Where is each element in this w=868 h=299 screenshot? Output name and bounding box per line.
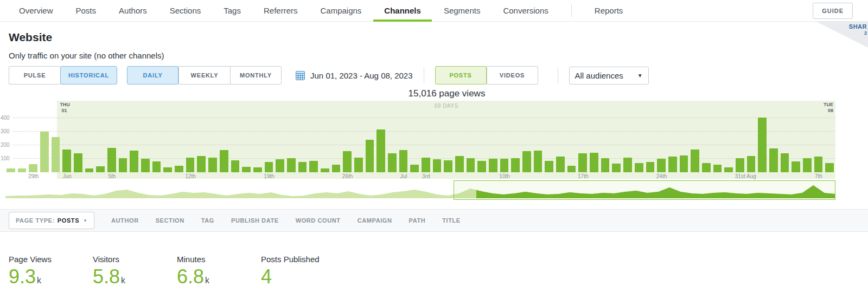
chart-bar[interactable] xyxy=(321,168,329,173)
mode-pulse-button[interactable]: PULSE xyxy=(9,66,60,84)
chart-bar[interactable] xyxy=(803,158,812,172)
chart-bar[interactable] xyxy=(298,162,307,172)
nav-tab-posts[interactable]: Posts xyxy=(76,0,97,22)
share-ribbon[interactable]: SHAR 2 xyxy=(816,22,868,48)
chart-bar[interactable] xyxy=(556,157,565,172)
chart-bar[interactable] xyxy=(343,151,352,172)
chart-bar[interactable] xyxy=(399,150,408,172)
chart-bar[interactable] xyxy=(231,160,240,173)
chart-bar[interactable] xyxy=(265,162,273,172)
chart-bar[interactable] xyxy=(534,151,542,172)
nav-tab-tags[interactable]: Tags xyxy=(224,0,241,22)
chart-bar[interactable] xyxy=(366,140,374,172)
chart-bar[interactable] xyxy=(500,159,509,172)
chart-bar[interactable] xyxy=(107,148,116,172)
chart-bar[interactable] xyxy=(511,158,520,172)
chart-bar[interactable] xyxy=(623,158,632,173)
nav-tab-campaigns[interactable]: Campaigns xyxy=(320,0,361,22)
chart-bar[interactable] xyxy=(388,153,397,172)
nav-tab-segments[interactable]: Segments xyxy=(444,0,481,22)
chart-bar[interactable] xyxy=(691,150,699,173)
chart-bar[interactable] xyxy=(410,165,419,172)
nav-tab-channels[interactable]: Channels xyxy=(384,0,421,22)
chart-bar[interactable] xyxy=(52,137,60,172)
filter-item-word-count[interactable]: WORD COUNT xyxy=(296,217,341,224)
filter-item-author[interactable]: AUTHOR xyxy=(111,217,139,224)
chart-bar[interactable] xyxy=(477,161,486,172)
audience-select[interactable]: All audiences ▼ xyxy=(569,67,649,84)
chart-bar[interactable] xyxy=(7,168,15,173)
chart-bar[interactable] xyxy=(713,165,722,172)
filter-item-campaign[interactable]: CAMPAIGN xyxy=(358,217,392,224)
chart-bar[interactable] xyxy=(590,153,598,172)
content-videos-button[interactable]: VIDEOS xyxy=(487,66,538,84)
chart-bar[interactable] xyxy=(208,158,217,173)
chart-bar[interactable] xyxy=(545,161,553,172)
chart-bar[interactable] xyxy=(152,161,161,172)
chart-bar[interactable] xyxy=(612,164,621,172)
chart-bar[interactable] xyxy=(758,118,767,172)
chart-bar[interactable] xyxy=(376,129,385,172)
content-posts-button[interactable]: POSTS xyxy=(435,66,487,84)
chart-bar[interactable] xyxy=(522,151,531,172)
filter-item-section[interactable]: SECTION xyxy=(156,217,184,224)
chart-bar[interactable] xyxy=(276,159,284,172)
chart-bar[interactable] xyxy=(197,156,206,172)
chart-bar[interactable] xyxy=(489,159,497,172)
chart-bar[interactable] xyxy=(85,168,94,173)
nav-tab-authors[interactable]: Authors xyxy=(119,0,147,22)
chart-bar[interactable] xyxy=(444,160,452,173)
nav-tab-referrers[interactable]: Referrers xyxy=(264,0,298,22)
chart-bar[interactable] xyxy=(646,162,655,172)
filter-item-tag[interactable]: TAG xyxy=(201,217,214,224)
guide-button[interactable]: GUIDE xyxy=(813,3,853,19)
timeline-sparkline[interactable] xyxy=(5,182,835,198)
page-type-dropdown[interactable]: PAGE TYPE: POSTS ▼ xyxy=(9,212,94,229)
chart-bar[interactable] xyxy=(668,157,677,172)
chart-bar[interactable] xyxy=(175,166,183,173)
chart-bar[interactable] xyxy=(736,158,744,172)
chart-bar[interactable] xyxy=(96,166,105,172)
chart-bar[interactable] xyxy=(253,167,262,172)
chart-bar[interactable] xyxy=(422,158,430,173)
chart-bar[interactable] xyxy=(680,155,688,172)
chart-bar[interactable] xyxy=(792,161,800,172)
granularity-daily-button[interactable]: DAILY xyxy=(127,66,178,84)
chart-bar[interactable] xyxy=(163,167,172,172)
chart-bar[interactable] xyxy=(62,150,71,173)
chart-bar[interactable] xyxy=(242,167,251,172)
chart-bar[interactable] xyxy=(825,163,834,173)
date-range-picker[interactable]: Jun 01, 2023 - Aug 08, 2023 xyxy=(296,71,413,80)
chart-bar[interactable] xyxy=(141,159,150,172)
chart-bar[interactable] xyxy=(354,158,363,173)
chart-bar[interactable] xyxy=(220,150,228,172)
nav-tab-overview[interactable]: Overview xyxy=(19,0,53,22)
nav-tab-conversions[interactable]: Conversions xyxy=(503,0,548,22)
chart-bar[interactable] xyxy=(781,153,789,172)
timeline-brush[interactable] xyxy=(454,180,835,200)
granularity-monthly-button[interactable]: MONTHLY xyxy=(230,66,282,84)
chart-bar[interactable] xyxy=(769,148,778,172)
chart-bar[interactable] xyxy=(567,166,576,173)
chart-bar[interactable] xyxy=(29,164,37,172)
chart-bar[interactable] xyxy=(40,132,49,172)
filter-item-publish-date[interactable]: PUBLISH DATE xyxy=(231,217,279,224)
chart-bar[interactable] xyxy=(578,153,587,172)
chart-bar[interactable] xyxy=(130,151,138,172)
chart-bar[interactable] xyxy=(702,163,711,173)
chart-bar[interactable] xyxy=(814,157,823,172)
filter-item-path[interactable]: PATH xyxy=(409,217,426,224)
chart-bar[interactable] xyxy=(433,159,442,172)
chart-bar[interactable] xyxy=(601,158,610,172)
chart-bar[interactable] xyxy=(119,158,127,172)
chart-bar[interactable] xyxy=(18,168,27,172)
chart-bar[interactable] xyxy=(186,158,195,173)
nav-tab-sections[interactable]: Sections xyxy=(170,0,201,22)
chart-bar[interactable] xyxy=(455,156,464,172)
filter-item-title[interactable]: TITLE xyxy=(442,217,461,224)
chart-bar[interactable] xyxy=(74,153,82,172)
chart-bar[interactable] xyxy=(332,165,341,172)
chart-bar[interactable] xyxy=(724,167,733,172)
chart-bar[interactable] xyxy=(309,161,318,172)
mode-historical-button[interactable]: HISTORICAL xyxy=(60,66,117,84)
